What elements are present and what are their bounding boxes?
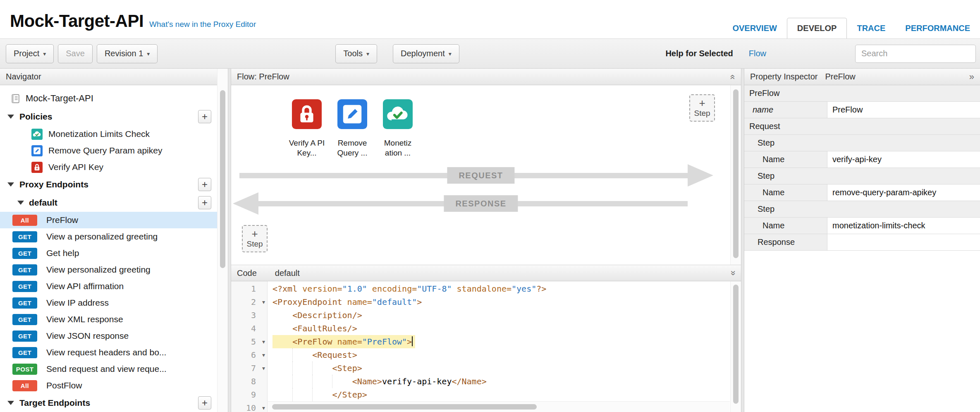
title-area: Mock-Target-API What's new in the Proxy … <box>10 11 256 38</box>
nav-flow-view-json-response[interactable]: GETView JSON response <box>0 328 228 344</box>
flow-policies: Verify A PI Key...Remove Query ...Moneti… <box>286 99 419 158</box>
save-button[interactable]: Save <box>58 44 93 63</box>
inspector-row: PreFlow <box>744 85 980 102</box>
code-line[interactable]: 1<?xml version="1.0" encoding="UTF-8" st… <box>231 282 741 295</box>
deployment-button[interactable]: Deployment ▾ <box>393 44 459 63</box>
whats-new-link[interactable]: What's new in the Proxy Editor <box>149 20 256 29</box>
code-vertical-scrollbar[interactable] <box>733 285 739 404</box>
add-proxy-endpoints-button[interactable]: + <box>198 178 211 191</box>
code-editor[interactable]: 1<?xml version="1.0" encoding="UTF-8" st… <box>231 281 741 412</box>
code-line[interactable]: 4<FaultRules/> <box>231 322 741 335</box>
code-lines: 1<?xml version="1.0" encoding="UTF-8" st… <box>231 282 741 412</box>
nav-section-target-endpoints[interactable]: Target Endpoints+ <box>0 394 228 412</box>
line-number: 7▾ <box>231 362 268 375</box>
flow-canvas-scrollbar[interactable] <box>733 89 739 258</box>
nav-flow-view-personalized-greeting[interactable]: GETView personalized greeting <box>0 261 228 278</box>
fold-toggle-icon[interactable]: ▾ <box>262 295 265 309</box>
flow-policy-remove-query[interactable]: Remove Query ... <box>331 99 373 158</box>
revision-button[interactable]: Revision 1 ▾ <box>97 44 158 63</box>
expand-inspector-icon[interactable]: » <box>969 72 974 81</box>
line-number: 6▾ <box>231 348 268 362</box>
nav-flow-get-help[interactable]: GETGet help <box>0 245 228 261</box>
code-line[interactable]: 9</Step> <box>231 388 741 401</box>
panel-divider[interactable] <box>741 69 744 412</box>
navigator-scrollbar[interactable] <box>220 90 225 268</box>
caret-down-icon: ▾ <box>366 50 369 57</box>
line-number: 3 <box>231 309 268 322</box>
fold-toggle-icon[interactable]: ▾ <box>262 401 265 412</box>
code-line[interactable]: 3<Description/> <box>231 309 741 322</box>
inspector-row: Response <box>744 234 980 251</box>
code-horizontal-scrollbar[interactable] <box>272 404 537 410</box>
caret-down-icon: ▾ <box>43 50 46 57</box>
nav-policy-monetization-limits-check[interactable]: Monetization Limits Check <box>0 126 228 142</box>
inspector-value-cell[interactable] <box>827 234 980 250</box>
method-badge-get: GET <box>12 264 37 275</box>
remove-query-param-policy-icon <box>337 99 367 131</box>
add-step-response-button[interactable]: + Step <box>242 225 268 252</box>
inspector-value-cell[interactable]: remove-query-param-apikey <box>827 184 980 201</box>
fold-toggle-icon[interactable]: ▾ <box>262 362 265 375</box>
code-file-tab[interactable]: default <box>275 268 300 278</box>
main-tabs: OVERVIEWDEVELOPTRACEPERFORMANCE <box>722 18 980 38</box>
add-target-endpoints-button[interactable]: + <box>198 396 211 410</box>
help-flow-link[interactable]: Flow <box>749 49 766 58</box>
nav-policy-verify-api-key[interactable]: Verify API Key <box>0 159 228 175</box>
nav-section-policies[interactable]: Policies+ <box>0 108 228 126</box>
nav-endpoint-default[interactable]: default+ <box>0 194 228 212</box>
nav-flow-view-request-headers-and-bo[interactable]: GETView request headers and bo... <box>0 344 228 361</box>
inspector-row: Namemonetization-limits-check <box>744 218 980 234</box>
add-policies-button[interactable]: + <box>198 110 211 123</box>
fold-toggle-icon[interactable]: ▾ <box>262 348 265 362</box>
save-button-label: Save <box>66 49 85 58</box>
inspector-key-cell: Name <box>744 184 827 201</box>
tab-performance[interactable]: PERFORMANCE <box>895 18 980 38</box>
caret-down-icon: ▾ <box>449 50 452 57</box>
request-arrow-icon <box>688 164 713 187</box>
code-line[interactable]: 2▾<ProxyEndpoint name="default"> <box>231 295 741 309</box>
nav-flow-view-api-affirmation[interactable]: GETView API affirmation <box>0 278 228 295</box>
code-line[interactable]: 6▾<Request> <box>231 348 741 362</box>
navigator-root-item[interactable]: Mock-Target-API <box>0 89 228 108</box>
inspector-section-label: Step <box>744 168 980 184</box>
collapse-flow-icon[interactable]: « <box>728 74 737 79</box>
project-button[interactable]: Project ▾ <box>6 44 54 63</box>
method-badge-get: GET <box>12 314 37 325</box>
tab-overview[interactable]: OVERVIEW <box>722 18 786 38</box>
fold-toggle-icon[interactable]: ▾ <box>262 335 265 348</box>
tab-trace[interactable]: TRACE <box>847 18 895 38</box>
flow-canvas[interactable]: Verify A PI Key...Remove Query ...Moneti… <box>231 85 741 265</box>
nav-flow-preflow[interactable]: AllPreFlow <box>0 212 228 228</box>
method-badge-get: GET <box>12 347 37 358</box>
inspector-key-cell: name <box>744 102 827 118</box>
nav-flow-view-ip-address[interactable]: GETView IP address <box>0 295 228 311</box>
line-number: 4 <box>231 322 268 335</box>
nav-flow-view-xml-response[interactable]: GETView XML response <box>0 311 228 328</box>
code-line[interactable]: 7▾<Step> <box>231 362 741 375</box>
inspector-value-cell[interactable]: verify-api-key <box>827 151 980 168</box>
inspector-value-cell[interactable]: monetization-limits-check <box>827 218 980 234</box>
tab-develop[interactable]: DEVELOP <box>787 18 847 38</box>
method-badge-get: GET <box>12 248 37 259</box>
method-badge-get: GET <box>12 281 37 292</box>
inspector-value-cell[interactable]: PreFlow <box>827 102 980 118</box>
add-flow-button[interactable]: + <box>198 196 211 209</box>
flow-policy-verify-a-pi-key[interactable]: Verify A PI Key... <box>286 99 328 158</box>
method-badge-get: GET <box>12 331 37 342</box>
add-step-request-button[interactable]: + Step <box>689 94 715 122</box>
flow-policy-monetiz-ation[interactable]: Monetiz ation ... <box>377 99 419 158</box>
nav-policy-remove-query-param-apikey[interactable]: Remove Query Param apikey <box>0 142 228 159</box>
navigator-header: Navigator « <box>0 69 228 85</box>
property-inspector-header: Property Inspector PreFlow » <box>744 69 980 85</box>
code-line[interactable]: 8<Name>verify-api-key</Name> <box>231 375 741 388</box>
nav-flow-postflow[interactable]: AllPostFlow <box>0 377 228 394</box>
tools-button[interactable]: Tools ▾ <box>335 44 377 63</box>
panel-divider[interactable] <box>228 69 231 412</box>
nav-section-proxy-endpoints[interactable]: Proxy Endpoints+ <box>0 175 228 194</box>
help-for-selected-label: Help for Selected <box>665 49 733 58</box>
nav-flow-send-request-and-view-reque[interactable]: POSTSend request and view reque... <box>0 361 228 377</box>
code-line[interactable]: 5▾<PreFlow name="PreFlow"> <box>231 335 741 348</box>
nav-flow-view-a-personalized-greeting[interactable]: GETView a personalized greeting <box>0 228 228 245</box>
search-input[interactable] <box>855 45 976 63</box>
collapse-code-icon[interactable]: « <box>728 271 737 275</box>
